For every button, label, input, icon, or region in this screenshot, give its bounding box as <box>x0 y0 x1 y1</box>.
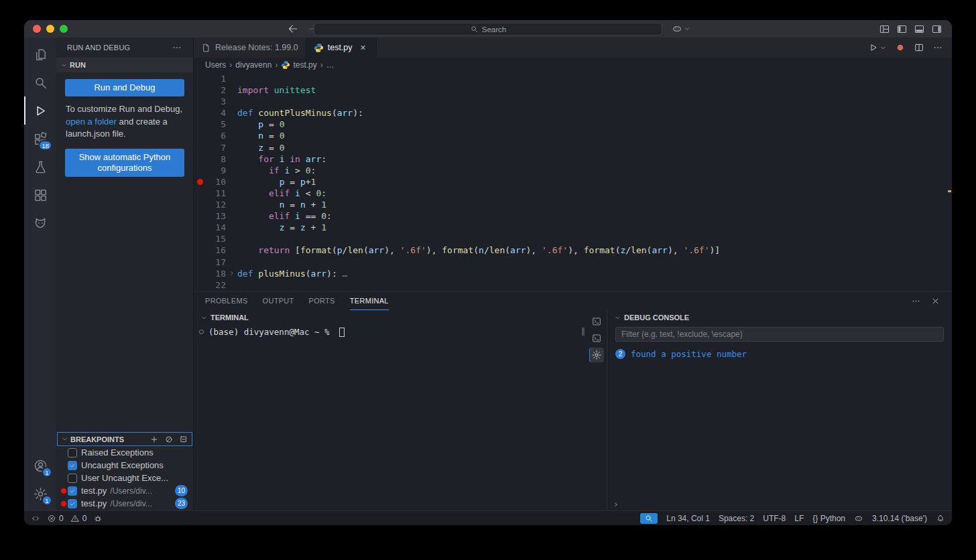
breakpoint-gutter[interactable] <box>194 73 206 84</box>
copilot-titlebar-button[interactable] <box>672 23 690 34</box>
breakpoint-gutter[interactable] <box>194 268 206 279</box>
status-zoom-indicator[interactable] <box>640 513 658 524</box>
add-button[interactable] <box>149 435 159 444</box>
breakpoint-gutter[interactable] <box>194 130 206 141</box>
breakpoint-checkbox[interactable] <box>68 461 77 470</box>
breakpoints-section-header[interactable]: BREAKPOINTS <box>57 432 192 446</box>
activity-explorer[interactable] <box>24 40 56 68</box>
panel-close-button[interactable] <box>930 296 940 306</box>
collapse-all-button[interactable] <box>179 435 188 444</box>
run-python-file-button[interactable] <box>868 42 887 53</box>
activity-accounts[interactable]: 1 <box>24 451 56 480</box>
code-line[interactable]: 15 <box>194 233 952 244</box>
status-errors[interactable]: 0 <box>47 514 64 523</box>
breakpoint-gutter[interactable] <box>194 107 206 119</box>
back-button[interactable] <box>287 23 299 35</box>
breakpoint-item[interactable]: test.py /Users/div... 23 <box>56 497 193 510</box>
breakpoint-gutter[interactable] <box>194 165 206 176</box>
breadcrumb-item[interactable]: test.py <box>281 60 316 70</box>
command-center-search[interactable]: Search <box>314 23 662 36</box>
code-line[interactable]: 2 import unittest <box>194 84 952 96</box>
split-editor-button[interactable] <box>914 42 924 53</box>
status-language-mode[interactable]: {} Python <box>812 514 845 523</box>
status-python-interpreter[interactable]: 3.10.14 ('base') <box>872 514 927 523</box>
status-encoding[interactable]: UTF-8 <box>763 514 786 523</box>
run-section-header[interactable]: RUN <box>56 58 193 72</box>
panel-tab-problems[interactable]: PROBLEMS <box>205 291 248 310</box>
close-window-button[interactable] <box>33 25 41 33</box>
status-indentation[interactable]: Spaces: 2 <box>719 514 754 523</box>
customize-layout-button[interactable] <box>879 23 890 35</box>
breakpoint-gutter[interactable] <box>194 244 206 256</box>
code-line[interactable]: 18 def plusMinus(arr): … <box>194 268 952 279</box>
minimize-window-button[interactable] <box>46 25 54 33</box>
toggle-sidebar-left-button[interactable] <box>896 23 908 35</box>
activity-settings[interactable]: 1 <box>24 480 56 508</box>
fold-chevron-icon[interactable] <box>226 270 237 277</box>
breakpoint-checkbox[interactable] <box>68 499 77 508</box>
activity-extensions[interactable]: 18 <box>24 125 56 153</box>
toggle-panel-button[interactable] <box>914 23 925 35</box>
breakpoint-checkbox[interactable] <box>68 448 77 458</box>
debug-console-header[interactable]: DEBUG CONSOLE <box>607 310 952 325</box>
breakpoint-gutter[interactable] <box>194 96 206 107</box>
status-eol[interactable]: LF <box>794 514 804 523</box>
circle-slash-button[interactable] <box>164 435 174 444</box>
breakpoint-item[interactable]: User Uncaught Exce... <box>56 472 193 484</box>
code-line[interactable]: 11 elif i < 0: <box>194 188 952 199</box>
breakpoint-dot-icon[interactable] <box>194 176 206 188</box>
debug-console-input[interactable]: › <box>607 497 952 510</box>
breakpoint-gutter[interactable] <box>194 142 206 153</box>
code-line[interactable]: 1 <box>194 73 952 84</box>
tab-release-notes-1-99-0[interactable]: Release Notes: 1.99.0 <box>194 38 306 58</box>
code-line[interactable]: 8 for i in arr: <box>194 153 952 165</box>
activity-squares-view[interactable] <box>24 181 56 209</box>
panel-tab-ports[interactable]: PORTS <box>309 291 335 310</box>
panel-more-button[interactable] <box>911 296 921 306</box>
breakpoint-gutter[interactable] <box>194 153 206 165</box>
terminal-section-header[interactable]: TERMINAL <box>194 310 587 325</box>
code-line[interactable]: 16 return [format(p/len(arr), '.6f'), fo… <box>194 244 952 256</box>
record-button[interactable] <box>895 42 906 53</box>
breakpoint-item[interactable]: Uncaught Exceptions <box>56 459 193 472</box>
status-notifications[interactable] <box>936 514 945 523</box>
code-line[interactable]: 4 def countPlusMinus(arr): <box>194 107 952 119</box>
breakpoint-gutter[interactable] <box>194 210 206 222</box>
code-line[interactable]: 9 if i > 0: <box>194 165 952 176</box>
breakpoint-item[interactable]: test.py /Users/div... 10 <box>56 484 193 497</box>
debug-console-output[interactable]: 2 found a positive number <box>607 343 952 497</box>
panel-tab-output[interactable]: OUTPUT <box>263 291 294 310</box>
breakpoint-checkbox[interactable] <box>68 486 77 496</box>
breadcrumb-item[interactable]: … <box>326 60 334 70</box>
terminal-output[interactable]: (base) divyavenn@Mac ~ % <box>194 325 587 510</box>
code-line[interactable]: 14 z = z + 1 <box>194 222 952 233</box>
breakpoint-checkbox[interactable] <box>68 474 77 483</box>
debug-console-entry[interactable]: 2 found a positive number <box>615 349 944 359</box>
breakpoint-gutter[interactable] <box>194 279 206 291</box>
breadcrumb-item[interactable]: divyavenn <box>235 60 271 70</box>
breakpoint-gutter[interactable] <box>194 257 206 268</box>
activity-testing[interactable] <box>24 153 56 181</box>
terminal-settings[interactable] <box>589 348 604 362</box>
open-a-folder-link[interactable]: open a folder <box>66 117 117 127</box>
terminal-tab-2[interactable] <box>589 331 604 346</box>
status-cursor-position[interactable]: Ln 34, Col 1 <box>666 514 710 523</box>
breadcrumb-item[interactable]: Users <box>205 60 226 70</box>
status-copilot[interactable] <box>854 514 863 523</box>
breakpoint-gutter[interactable] <box>194 199 206 210</box>
status-debug-status[interactable] <box>93 514 103 523</box>
sidebar-more-button[interactable] <box>172 42 182 53</box>
code-line[interactable]: 3 <box>194 96 952 107</box>
status-warnings[interactable]: 0 <box>70 514 87 523</box>
close-icon[interactable]: × <box>358 42 369 53</box>
code-line[interactable]: 7 z = 0 <box>194 142 952 153</box>
code-line[interactable]: 6 n = 0 <box>194 130 952 141</box>
run-and-debug-button[interactable]: Run and Debug <box>65 79 184 96</box>
code-line[interactable]: 5 p = 0 <box>194 119 952 130</box>
terminal-scrollbar[interactable] <box>582 328 585 336</box>
code-line[interactable]: 12 n = n + 1 <box>194 199 952 210</box>
terminal-tab-1[interactable] <box>589 314 604 329</box>
activity-run-and-debug[interactable] <box>24 96 56 125</box>
activity-cat-view[interactable] <box>24 209 56 237</box>
breakpoint-gutter[interactable] <box>194 233 206 244</box>
